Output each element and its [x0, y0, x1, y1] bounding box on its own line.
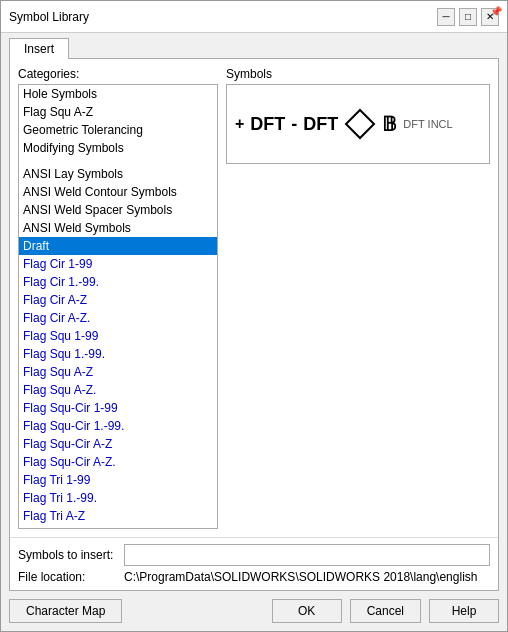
symbols-to-insert-input[interactable] [124, 544, 490, 566]
symbols-to-insert-label: Symbols to insert: [18, 548, 118, 562]
file-location-label: File location: [18, 570, 118, 584]
list-item[interactable]: Flag Squ A-Z [19, 103, 217, 121]
list-item[interactable]: Flag Squ-Cir A-Z. [19, 453, 217, 471]
list-item[interactable]: Flag Tri A-Z [19, 507, 217, 525]
pin-icon: 📌 [490, 6, 502, 17]
symbols-to-insert-row: Symbols to insert: [18, 544, 490, 566]
tab-insert[interactable]: Insert [9, 38, 69, 59]
list-item[interactable]: Flag Squ-Cir 1.-99. [19, 417, 217, 435]
list-item[interactable]: Flag Cir 1.-99. [19, 273, 217, 291]
maximize-button[interactable]: □ [459, 8, 477, 26]
window-title: Symbol Library [9, 10, 89, 24]
categories-list[interactable]: Hole Symbols Flag Squ A-Z Geometric Tole… [18, 84, 218, 529]
list-item[interactable]: Flag Squ-Cir A-Z [19, 435, 217, 453]
bottom-area: Symbols to insert: File location: C:\Pro… [10, 537, 498, 590]
list-item[interactable]: Modifying Symbols [19, 139, 217, 157]
symbols-label: Symbols [226, 67, 490, 81]
footer: Character Map OK Cancel Help [1, 591, 507, 631]
symbol-library-window: Symbol Library ─ □ ✕ Insert 📌 Categories… [0, 0, 508, 632]
categories-label: Categories: [18, 67, 218, 81]
list-item[interactable]: ANSI Weld Contour Symbols [19, 183, 217, 201]
list-item[interactable]: Flag Squ A-Z [19, 363, 217, 381]
list-item[interactable]: Flag Cir A-Z [19, 291, 217, 309]
help-button[interactable]: Help [429, 599, 499, 623]
title-bar: Symbol Library ─ □ ✕ [1, 1, 507, 33]
list-separator [19, 157, 217, 165]
symbol-diamond [344, 108, 376, 140]
list-item[interactable]: Flag Tri 1.-99. [19, 489, 217, 507]
cancel-button[interactable]: Cancel [350, 599, 421, 623]
list-item[interactable]: Flag Tri A-Z. [19, 525, 217, 529]
list-item[interactable]: Geometric Tolerancing [19, 121, 217, 139]
list-item-draft[interactable]: Draft [19, 237, 217, 255]
character-map-button[interactable]: Character Map [9, 599, 122, 623]
symbol-dft-plus: DFT [250, 114, 285, 135]
content-area: Categories: Hole Symbols Flag Squ A-Z Ge… [9, 58, 499, 591]
tab-bar: Insert 📌 [1, 33, 507, 58]
right-panel: Symbols + DFT - DFT 𝔹 DFT INCL [226, 67, 490, 529]
symbol-pl: 𝔹 [382, 112, 397, 136]
left-panel: Categories: Hole Symbols Flag Squ A-Z Ge… [18, 67, 218, 529]
list-item[interactable]: Flag Squ-Cir 1-99 [19, 399, 217, 417]
symbol-plus: + [235, 115, 244, 133]
list-item[interactable]: ANSI Weld Spacer Symbols [19, 201, 217, 219]
list-item[interactable]: Flag Squ 1-99 [19, 327, 217, 345]
file-location-value: C:\ProgramData\SOLIDWORKS\SOLIDWORKS 201… [124, 570, 477, 584]
symbol-dash: - [291, 114, 297, 135]
list-item[interactable]: Flag Cir A-Z. [19, 309, 217, 327]
minimize-button[interactable]: ─ [437, 8, 455, 26]
symbols-box: + DFT - DFT 𝔹 DFT INCL [226, 84, 490, 164]
list-item[interactable]: Flag Squ A-Z. [19, 381, 217, 399]
list-item[interactable]: Flag Squ 1.-99. [19, 345, 217, 363]
list-item[interactable]: Flag Tri 1-99 [19, 471, 217, 489]
symbol-dft-minus: DFT [303, 114, 338, 135]
symbol-dft-incl: DFT INCL [403, 118, 452, 130]
list-item[interactable]: Hole Symbols [19, 85, 217, 103]
main-area: Categories: Hole Symbols Flag Squ A-Z Ge… [10, 59, 498, 537]
ok-button[interactable]: OK [272, 599, 342, 623]
list-item[interactable]: ANSI Lay Symbols [19, 165, 217, 183]
svg-marker-0 [346, 110, 374, 138]
list-item[interactable]: Flag Cir 1-99 [19, 255, 217, 273]
file-location-row: File location: C:\ProgramData\SOLIDWORKS… [18, 570, 490, 584]
list-item[interactable]: ANSI Weld Symbols [19, 219, 217, 237]
